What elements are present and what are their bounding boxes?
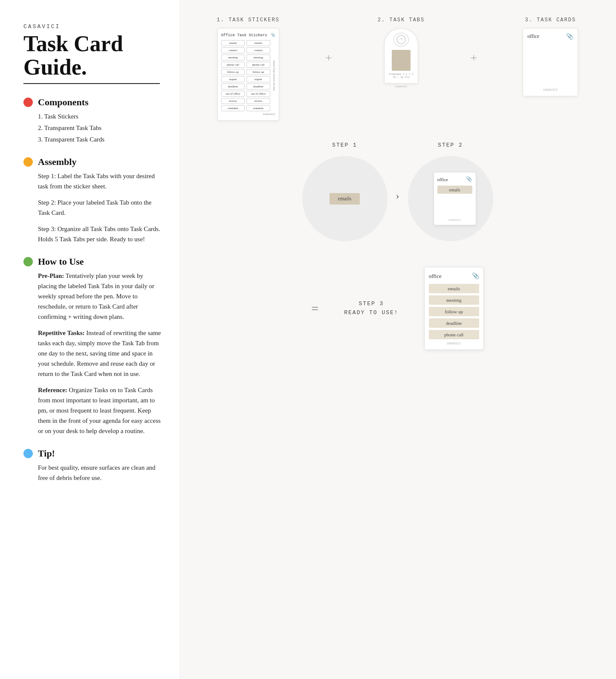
task-tab-size: STANDARD 4 X 1.4 IN | 30 PCS xyxy=(387,73,416,79)
sticker: emails xyxy=(221,40,245,46)
section-title-how-to-use: How to Use xyxy=(38,256,84,267)
sticker: urgent xyxy=(221,76,245,82)
assembly-step1: Step 1: Label the Task Tabs with your de… xyxy=(38,171,162,191)
tab-item-meeting: meeting xyxy=(429,295,479,305)
step3-paperclip-icon: 📎 xyxy=(472,272,479,280)
sticker-sheet-title: Office Task Stickers 📎 xyxy=(221,33,275,38)
section-title-tip: Tip! xyxy=(38,448,55,459)
step1-circle: emails xyxy=(302,156,388,241)
title-divider xyxy=(23,83,160,84)
tip-text: For best quality, ensure surfaces are cl… xyxy=(38,462,162,483)
sticker: urgent xyxy=(246,76,270,82)
task-tab-logo xyxy=(393,33,409,46)
step3-text-col: STEP 3 READY TO USE! xyxy=(344,300,398,318)
label-task-cards: 3. TASK CARDS xyxy=(525,17,576,23)
assembly-step2: Step 2: Place your labeled Task Tab onto… xyxy=(38,197,162,218)
sticker: schedule xyxy=(246,105,270,111)
task-card-title: office xyxy=(527,33,539,40)
dot-tip xyxy=(23,449,33,458)
top-row: 1. TASK STICKERS Office Task Stickers 📎 … xyxy=(196,17,599,121)
step2-paperclip-icon: 📎 xyxy=(466,176,472,182)
step2-col: STEP 2 office 📎 emails CASAVICI xyxy=(408,142,493,241)
arrow-right: › xyxy=(388,190,408,202)
tab-item-emails: emails xyxy=(429,284,479,293)
list-item: 2. Transparent Task Tabs xyxy=(38,123,162,133)
sticker: deadline xyxy=(246,84,270,90)
sticker-col-left: emails contact meeting phone call follow… xyxy=(221,40,245,111)
equals-sign: = xyxy=(311,301,318,316)
section-title-components: Components xyxy=(38,97,89,108)
section-body-assembly: Step 1: Label the Task Tabs with your de… xyxy=(38,171,162,244)
tab-item-followup: follow up xyxy=(429,307,479,316)
right-panel: 1. TASK STICKERS Office Task Stickers 📎 … xyxy=(179,0,616,679)
sticker: deadline xyxy=(221,84,245,90)
sticker-columns: emails contact meeting phone call follow… xyxy=(221,40,275,111)
step2-card: office 📎 emails CASAVICI xyxy=(434,172,476,225)
dot-components xyxy=(23,98,33,107)
brand-name: CASAVICI xyxy=(23,23,162,30)
sticker: contact xyxy=(221,47,245,53)
tab-item-phonecall: phone call xyxy=(429,330,479,339)
task-card-body xyxy=(527,43,573,88)
step3-card: office 📎 emails meeting follow up deadli… xyxy=(424,267,484,350)
dot-assembly xyxy=(23,157,33,167)
task-tab-inner xyxy=(392,50,411,71)
list-item: 1. Task Stickers xyxy=(38,111,162,121)
sticker: contact xyxy=(246,47,270,53)
how-to-use-repetitive: Repetitive Tasks: Instead of rewriting t… xyxy=(38,328,162,379)
sticker: emails xyxy=(246,40,270,46)
step3-card-header: office 📎 xyxy=(429,272,479,280)
sticker-sheet-brand: CASAVICI xyxy=(221,113,275,116)
sticker: out of office xyxy=(246,91,270,97)
section-body-tip: For best quality, ensure surfaces are cl… xyxy=(38,462,162,483)
label-task-stickers: 1. TASK STICKERS xyxy=(217,17,280,23)
step2-email-tab: emails xyxy=(437,186,472,194)
step2-label: STEP 2 xyxy=(438,142,463,148)
step1-label: STEP 1 xyxy=(332,142,357,148)
section-assembly: Assembly Step 1: Label the Task Tabs wit… xyxy=(23,156,162,244)
paperclip-icon: 📎 xyxy=(566,33,573,40)
step2-card-header: office 📎 xyxy=(437,176,472,182)
how-to-use-reference: Reference: Organize Tasks on to Task Car… xyxy=(38,385,162,436)
task-card-brand: CASAVICI xyxy=(527,88,573,92)
product-col-stickers: 1. TASK STICKERS Office Task Stickers 📎 … xyxy=(217,17,280,121)
step2-circle: office 📎 emails CASAVICI xyxy=(408,156,493,241)
step3-card-title: office xyxy=(429,273,442,280)
section-body-components: 1. Task Stickers 2. Transparent Task Tab… xyxy=(38,111,162,144)
sticker: phone call xyxy=(221,62,245,68)
label-task-tabs: 2. TASK TABS xyxy=(378,17,425,23)
sticker: follow up xyxy=(221,69,245,75)
email-tab-step1: emails xyxy=(330,193,360,205)
section-components: Components 1. Task Stickers 2. Transpare… xyxy=(23,97,162,144)
sticker-col-right: emails contact meeting phone call follow… xyxy=(246,40,270,111)
how-to-use-preplan: Pre-Plan: Tentatively plan your week by … xyxy=(38,271,162,322)
plus-sign-2: + xyxy=(466,51,481,65)
step2-card-brand: CASAVICI xyxy=(437,219,472,222)
sticker-side-band: Instant Task Stickers 30-sheet xyxy=(272,40,275,111)
middle-row: STEP 1 emails › STEP 2 office 📎 emails xyxy=(196,133,599,250)
plus-sign-1: + xyxy=(321,51,336,65)
sticker: review xyxy=(221,98,245,104)
step3-brand: CASAVICI xyxy=(429,342,479,345)
sticker: out of office xyxy=(221,91,245,97)
step3-label: STEP 3 READY TO USE! xyxy=(344,300,398,318)
svg-point-0 xyxy=(397,35,405,44)
tab-item-deadline: deadline xyxy=(429,318,479,328)
sticker: phone call xyxy=(246,62,270,68)
product-col-cards: 3. TASK CARDS office 📎 CASAVICI xyxy=(523,17,578,96)
task-card-header: office 📎 xyxy=(527,33,573,40)
step1-col: STEP 1 emails xyxy=(302,142,388,241)
section-how-to-use: How to Use Pre-Plan: Tentatively plan yo… xyxy=(23,256,162,436)
task-tab-card: STANDARD 4 X 1.4 IN | 30 PCS xyxy=(384,28,418,84)
list-item: 3. Transparent Task Cards xyxy=(38,134,162,144)
sticker: schedule xyxy=(221,105,245,111)
bottom-row: = STEP 3 READY TO USE! office 📎 emails m… xyxy=(196,263,599,354)
sticker: meeting xyxy=(221,55,245,61)
tab-brand: CASAVICI xyxy=(395,85,408,88)
section-body-how-to-use: Pre-Plan: Tentatively plan your week by … xyxy=(38,271,162,436)
dot-how-to-use xyxy=(23,257,33,266)
sticker: follow up xyxy=(246,69,270,75)
sticker: review xyxy=(246,98,270,104)
assembly-step3: Step 3: Organize all Task Tabs onto Task… xyxy=(38,224,162,244)
product-col-tabs: 2. TASK TABS STANDARD 4 X 1.4 IN | 30 PC… xyxy=(378,17,425,88)
